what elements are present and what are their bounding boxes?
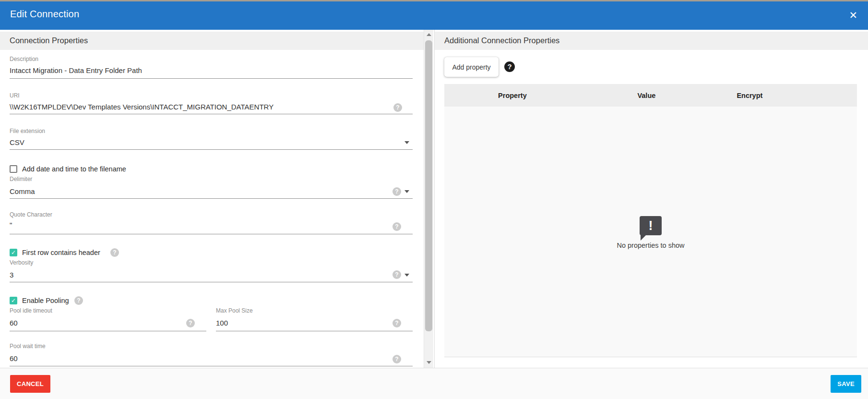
right-section-band: Additional Connection Properties: [435, 32, 868, 50]
quote-character-help-icon[interactable]: ?: [392, 222, 401, 231]
first-row-header-label: First row contains header: [22, 249, 100, 256]
input-underline: [10, 331, 206, 331]
save-button[interactable]: SAVE: [831, 375, 861, 393]
dialog-header: Edit Connection ✕: [0, 1, 868, 30]
left-panel-scrollbar[interactable]: [424, 30, 433, 368]
pool-idle-timeout-input[interactable]: 60: [10, 319, 18, 327]
input-underline: [10, 149, 413, 150]
file-extension-label: File extension: [10, 128, 45, 134]
right-section-title: Additional Connection Properties: [444, 36, 559, 45]
scrollbar-down-icon[interactable]: [427, 361, 431, 364]
cancel-button[interactable]: CANCEL: [10, 375, 50, 393]
delimiter-select[interactable]: Comma: [10, 187, 35, 195]
pool-idle-timeout-label: Pool idle timeout: [10, 307, 52, 314]
edit-connection-dialog: Edit Connection ✕ Connection Properties …: [0, 0, 868, 399]
delimiter-label: Delimiter: [10, 176, 32, 182]
properties-table-body: ! No properties to show: [444, 107, 857, 357]
column-header-value: Value: [581, 92, 713, 99]
input-underline: [10, 78, 413, 79]
add-property-help-icon[interactable]: ?: [504, 61, 515, 72]
input-underline: [216, 331, 413, 331]
add-datetime-label: Add date and time to the filename: [22, 165, 126, 173]
verbosity-label: Verbosity: [10, 259, 33, 266]
column-header-property: Property: [444, 92, 581, 99]
delimiter-caret-icon[interactable]: [404, 190, 409, 193]
properties-table-header: Property Value Encrypt: [444, 84, 857, 107]
enable-pooling-label: Enable Pooling: [22, 297, 69, 304]
first-row-header-help-icon[interactable]: ?: [110, 248, 119, 257]
max-pool-size-input[interactable]: 100: [216, 319, 228, 327]
empty-message: No properties to show: [444, 242, 857, 249]
left-section-band: Connection Properties: [0, 32, 424, 50]
scrollbar-up-icon[interactable]: [427, 33, 431, 36]
scrollbar-thumb[interactable]: [425, 40, 432, 331]
quote-character-label: Quote Character: [10, 211, 52, 218]
empty-state: ! No properties to show: [444, 216, 857, 249]
uri-help-icon[interactable]: ?: [393, 103, 402, 112]
connection-properties-panel: Connection Properties Description Intacc…: [0, 30, 424, 368]
verbosity-select[interactable]: 3: [10, 271, 13, 279]
alert-bubble-icon: !: [640, 216, 662, 235]
enable-pooling-help-icon[interactable]: ?: [74, 296, 83, 305]
max-pool-size-label: Max Pool Size: [216, 307, 253, 314]
verbosity-caret-icon[interactable]: [404, 274, 409, 277]
quote-character-input[interactable]: ": [10, 221, 12, 229]
close-icon[interactable]: ✕: [849, 8, 857, 23]
column-header-encrypt: Encrypt: [713, 92, 787, 99]
enable-pooling-checkbox[interactable]: ✓: [10, 297, 17, 304]
add-datetime-checkbox[interactable]: [10, 165, 17, 173]
delimiter-help-icon[interactable]: ?: [392, 187, 401, 196]
pool-wait-time-help-icon[interactable]: ?: [392, 355, 401, 363]
file-extension-caret-icon[interactable]: [404, 141, 409, 144]
input-underline: [10, 366, 413, 366]
dialog-title: Edit Connection: [10, 9, 79, 20]
pool-wait-time-input[interactable]: 60: [10, 354, 18, 363]
add-property-button[interactable]: Add property: [444, 57, 499, 77]
max-pool-size-help-icon[interactable]: ?: [392, 319, 401, 327]
input-underline: [10, 282, 413, 282]
dialog-footer: CANCEL SAVE: [0, 368, 868, 399]
pool-wait-time-label: Pool wait time: [10, 343, 46, 350]
verbosity-help-icon[interactable]: ?: [392, 270, 401, 279]
input-underline: [10, 114, 413, 114]
file-extension-select[interactable]: CSV: [10, 138, 24, 146]
input-underline: [10, 198, 413, 199]
first-row-header-checkbox[interactable]: ✓: [10, 249, 17, 256]
input-underline: [10, 234, 413, 234]
properties-table: Property Value Encrypt ! No properties t…: [444, 84, 857, 357]
left-section-title: Connection Properties: [10, 36, 88, 45]
description-label: Description: [10, 56, 38, 62]
pool-idle-timeout-help-icon[interactable]: ?: [186, 319, 195, 327]
uri-label: URI: [10, 92, 20, 99]
description-input[interactable]: Intacct Migration - Data Entry Folder Pa…: [10, 66, 142, 74]
additional-properties-panel: Additional Connection Properties Add pro…: [434, 30, 868, 368]
uri-input[interactable]: \\W2K16TMPLDEV\Dev Templates Versions\IN…: [10, 103, 273, 111]
